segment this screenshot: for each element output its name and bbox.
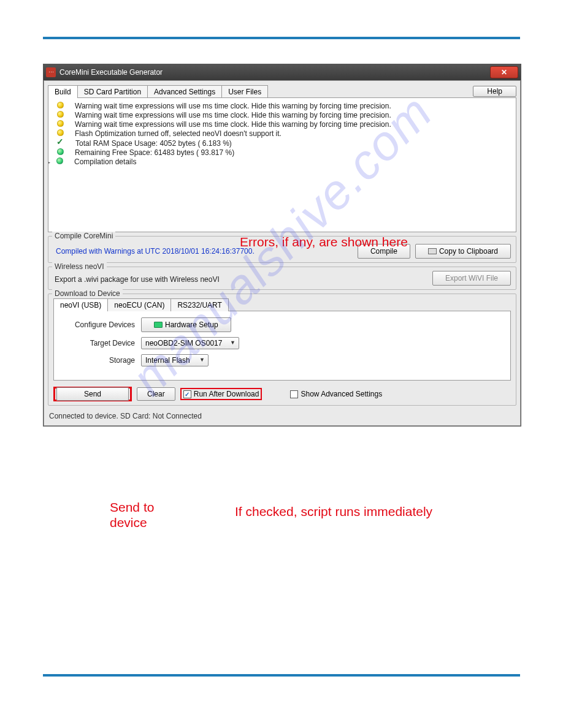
top-rule [43, 37, 520, 39]
log-line: Warning wait time expressions will use m… [53, 111, 511, 119]
download-body: Configure Devices Hardware Setup Target … [53, 311, 511, 381]
annotation-run: If checked, script runs immediately [235, 504, 432, 519]
tab-userfiles[interactable]: User Files [221, 85, 268, 98]
download-group: Download to Device neoVI (USB) neoECU (C… [48, 294, 516, 406]
run-after-label: Run After Download [194, 390, 259, 398]
check-icon [57, 138, 64, 146]
storage-select[interactable]: Internal Flash [141, 354, 209, 366]
app-window: ⋯ CoreMini Executable Generator ✕ Build … [43, 64, 521, 427]
wireless-group: Wireless neoVI Export a .wivi package fo… [48, 267, 516, 290]
warning-icon [57, 120, 64, 127]
bottom-rule [43, 674, 520, 677]
storage-label: Storage [61, 356, 135, 365]
hardware-icon [154, 322, 163, 328]
status-bar: Connected to device. SD Card: Not Connec… [48, 411, 516, 422]
help-button[interactable]: Help [473, 86, 516, 97]
ok-icon [56, 157, 63, 164]
download-tabs: neoVI (USB) neoECU (CAN) RS232/UART [53, 298, 511, 311]
log-group[interactable]: Compilation details [53, 157, 511, 166]
annotation-send: Send to device [110, 499, 154, 530]
ok-icon [57, 148, 64, 155]
log-line: Warning wait time expressions will use m… [53, 102, 511, 110]
tab-build[interactable]: Build [48, 85, 78, 98]
compile-legend: Compile CoreMini [52, 232, 115, 240]
run-after-wrap: Run After Download [180, 388, 262, 400]
warning-icon [57, 129, 64, 136]
main-tabs: Build SD Card Partition Advanced Setting… [48, 85, 267, 97]
tab-advanced[interactable]: Advanced Settings [147, 85, 222, 98]
compile-button[interactable]: Compile [358, 244, 410, 259]
window-title: CoreMini Executable Generator [59, 68, 490, 77]
copy-clipboard-button[interactable]: Copy to Clipboard [415, 244, 511, 259]
log-line: Warning wait time expressions will use m… [53, 120, 511, 129]
send-highlight: Send [53, 387, 132, 401]
configure-label: Configure Devices [61, 320, 135, 329]
wireless-desc: Export a .wivi package for use with Wire… [55, 275, 427, 284]
titlebar: ⋯ CoreMini Executable Generator ✕ [44, 64, 521, 80]
download-legend: Download to Device [52, 289, 123, 298]
dl-tab-rs232[interactable]: RS232/UART [170, 298, 228, 311]
hardware-setup-button[interactable]: Hardware Setup [141, 317, 231, 332]
show-adv-checkbox[interactable] [290, 390, 298, 398]
clipboard-icon [428, 248, 437, 254]
dl-tab-can[interactable]: neoECU (CAN) [107, 298, 171, 311]
compile-status: Compiled with Warnings at UTC 2018/10/01… [53, 247, 353, 256]
run-after-checkbox[interactable] [183, 390, 191, 398]
tab-sdcard[interactable]: SD Card Partition [77, 85, 148, 98]
warning-icon [57, 102, 64, 108]
target-label: Target Device [61, 339, 135, 347]
compile-group: Compile CoreMini Compiled with Warnings … [48, 236, 516, 263]
show-adv-label: Show Advanced Settings [301, 390, 382, 398]
send-button[interactable]: Send [56, 387, 129, 401]
log-line: Total RAM Space Usage: 4052 bytes ( 6.18… [53, 138, 511, 148]
target-device-select[interactable]: neoOBD2-SIM OS0017 [141, 337, 239, 349]
log-pane[interactable]: Warning wait time expressions will use m… [48, 97, 516, 232]
dl-tab-usb[interactable]: neoVI (USB) [53, 298, 108, 311]
app-icon: ⋯ [46, 67, 56, 77]
log-line: Flash Optimization turned off, selected … [53, 129, 511, 138]
warning-icon [57, 111, 64, 118]
export-wivi-button[interactable]: Export WiVI File [432, 271, 511, 286]
wireless-legend: Wireless neoVI [52, 262, 107, 271]
log-line: Remaining Free Space: 61483 bytes ( 93.8… [53, 148, 511, 157]
clear-button[interactable]: Clear [137, 387, 175, 401]
close-button[interactable]: ✕ [490, 66, 518, 78]
show-adv-wrap: Show Advanced Settings [290, 390, 382, 398]
